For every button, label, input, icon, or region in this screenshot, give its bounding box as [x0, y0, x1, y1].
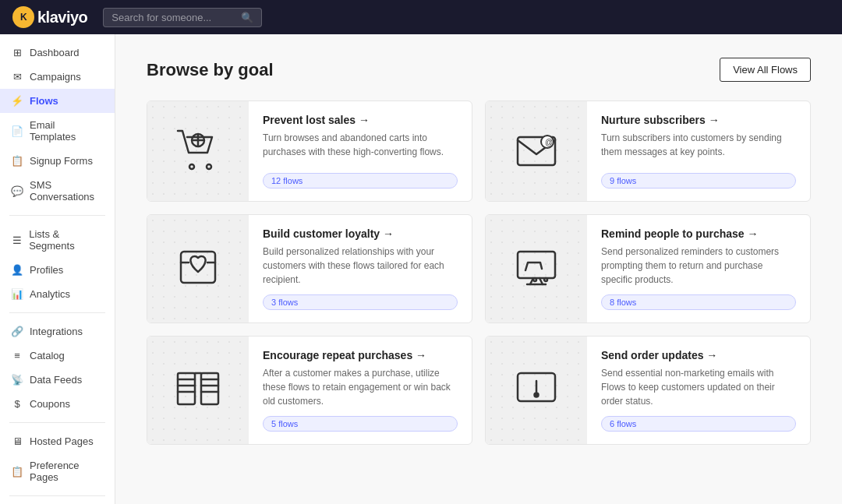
sidebar-label-analytics: Analytics: [30, 288, 70, 300]
goal-card-title-encourage-repeat: Encourage repeat purchases →: [263, 349, 458, 361]
sidebar-label-coupons: Coupons: [30, 398, 70, 410]
sidebar-label-profiles: Profiles: [30, 264, 63, 276]
goal-card-desc-build-loyalty: Build personalized relationships with yo…: [263, 245, 458, 287]
sidebar-item-dashboard[interactable]: ⊞Dashboard: [0, 41, 115, 65]
goal-card-content-encourage-repeat: Encourage repeat purchases → After a cus…: [249, 337, 472, 444]
sidebar-icon-profiles: 👤: [11, 264, 23, 276]
goal-card-content-remind-purchase: Remind people to purchase → Send persona…: [587, 215, 810, 322]
goal-card-title-build-loyalty: Build customer loyalty →: [263, 227, 458, 240]
sidebar-icon-data-feeds: 📡: [11, 374, 23, 386]
sidebar-label-preference-pages: Preference Pages: [30, 460, 104, 483]
goal-icon-email: @: [511, 125, 561, 178]
sidebar-item-lists-segments[interactable]: ☰Lists & Segments: [0, 222, 115, 258]
logo[interactable]: K klaviyo: [12, 6, 87, 28]
goal-icon-cart: [173, 125, 223, 178]
top-navigation: K klaviyo 🔍: [0, 0, 842, 34]
main-content: Browse by goal View All Flows Prevent lo…: [115, 34, 842, 504]
sidebar-label-data-feeds: Data Feeds: [30, 374, 82, 386]
sidebar-divider: [9, 495, 105, 496]
sidebar-item-flows[interactable]: ⚡Flows: [0, 89, 115, 113]
flow-badge-nurture-subscribers: 9 flows: [601, 173, 796, 189]
sidebar-label-email-templates: Email Templates: [30, 119, 104, 143]
sidebar-icon-email-templates: 📄: [11, 125, 23, 137]
sidebar-label-signup-forms: Signup Forms: [30, 155, 93, 167]
goal-card-build-loyalty[interactable]: Build customer loyalty → Build personali…: [147, 214, 472, 323]
svg-rect-16: [201, 373, 218, 404]
sidebar-label-hosted-pages: Hosted Pages: [30, 435, 94, 447]
sidebar-label-lists-segments: Lists & Segments: [29, 228, 104, 252]
goal-card-icon-remind-purchase: [486, 215, 587, 322]
svg-rect-9: [518, 252, 555, 278]
sidebar-icon-integrations: 🔗: [11, 326, 23, 337]
sidebar-divider: [9, 215, 105, 216]
flow-badge-send-order-updates: 6 flows: [601, 416, 796, 432]
page-title: Browse by goal: [147, 60, 274, 80]
sidebar-icon-campaigns: ✉: [11, 71, 23, 83]
search-bar[interactable]: 🔍: [103, 8, 262, 27]
goals-grid: Prevent lost sales → Turn browses and ab…: [147, 100, 811, 445]
main-header: Browse by goal View All Flows: [147, 58, 811, 82]
search-icon: 🔍: [241, 12, 253, 23]
sidebar-divider: [9, 422, 105, 423]
goal-card-content-send-order-updates: Send order updates → Send essential non-…: [587, 337, 810, 444]
search-input[interactable]: [111, 12, 236, 23]
goal-card-content-prevent-lost-sales: Prevent lost sales → Turn browses and ab…: [249, 101, 472, 201]
goal-card-send-order-updates[interactable]: Send order updates → Send essential non-…: [485, 336, 811, 445]
sidebar-item-integrations[interactable]: 🔗Integrations: [0, 319, 115, 344]
svg-point-14: [544, 278, 547, 281]
sidebar-item-campaigns[interactable]: ✉Campaigns: [0, 65, 115, 89]
sidebar-icon-catalog: ≡: [11, 350, 23, 361]
svg-rect-8: [181, 252, 215, 283]
goal-card-desc-prevent-lost-sales: Turn browses and abandoned carts into pu…: [263, 131, 458, 159]
flow-badge-build-loyalty: 3 flows: [263, 294, 458, 310]
sidebar-item-catalog[interactable]: ≡Catalog: [0, 344, 115, 368]
sidebar-icon-signup-forms: 📋: [11, 155, 23, 167]
sidebar-divider: [9, 312, 105, 313]
flow-badge-encourage-repeat: 5 flows: [263, 416, 458, 432]
svg-point-0: [189, 164, 194, 169]
sidebar-icon-sms-conversations: 💬: [11, 185, 23, 197]
goal-card-prevent-lost-sales[interactable]: Prevent lost sales → Turn browses and ab…: [147, 100, 472, 202]
sidebar-item-signup-forms[interactable]: 📋Signup Forms: [0, 149, 115, 173]
goal-card-encourage-repeat[interactable]: Encourage repeat purchases → After a cus…: [147, 336, 472, 445]
sidebar-icon-dashboard: ⊞: [11, 47, 23, 58]
sidebar-item-sms-conversations[interactable]: 💬SMS Conversations: [0, 173, 115, 209]
sidebar-label-integrations: Integrations: [30, 326, 83, 337]
goal-card-nurture-subscribers[interactable]: @ Nurture subscribers → Turn subscribers…: [485, 100, 811, 202]
sidebar: ⊞Dashboard✉Campaigns⚡Flows📄Email Templat…: [0, 34, 115, 504]
sidebar-item-preference-pages[interactable]: 📋Preference Pages: [0, 453, 115, 489]
svg-rect-15: [178, 373, 195, 404]
logo-icon: K: [12, 6, 34, 28]
goal-card-title-remind-purchase: Remind people to purchase →: [601, 227, 796, 240]
flow-badge-prevent-lost-sales: 12 flows: [263, 173, 458, 189]
sidebar-item-analytics[interactable]: 📊Analytics: [0, 282, 115, 306]
goal-card-remind-purchase[interactable]: Remind people to purchase → Send persona…: [485, 214, 811, 323]
goal-card-desc-encourage-repeat: After a customer makes a purchase, utili…: [263, 366, 458, 408]
sidebar-label-flows: Flows: [30, 95, 58, 107]
goal-card-icon-encourage-repeat: [147, 337, 249, 444]
sidebar-icon-lists-segments: ☰: [11, 234, 23, 246]
goal-card-icon-nurture-subscribers: @: [486, 101, 587, 201]
sidebar-icon-hosted-pages: 🖥: [11, 435, 23, 447]
svg-point-26: [535, 393, 539, 397]
svg-point-1: [207, 164, 211, 169]
goal-icon-book: [173, 364, 223, 417]
sidebar-icon-preference-pages: 📋: [11, 466, 23, 478]
view-all-flows-button[interactable]: View All Flows: [720, 58, 811, 82]
sidebar-label-catalog: Catalog: [30, 350, 65, 361]
sidebar-label-dashboard: Dashboard: [30, 47, 80, 58]
sidebar-item-profiles[interactable]: 👤Profiles: [0, 258, 115, 282]
goal-card-icon-prevent-lost-sales: [147, 101, 249, 201]
goal-icon-desktop-cart: [511, 242, 561, 295]
sidebar-icon-coupons: $: [11, 398, 23, 410]
sidebar-label-sms-conversations: SMS Conversations: [30, 179, 104, 203]
sidebar-item-hosted-pages[interactable]: 🖥Hosted Pages: [0, 429, 115, 453]
goal-card-desc-remind-purchase: Send personalized reminders to customers…: [601, 245, 796, 287]
sidebar-item-data-feeds[interactable]: 📡Data Feeds: [0, 368, 115, 392]
sidebar-item-email-templates[interactable]: 📄Email Templates: [0, 113, 115, 149]
sidebar-label-campaigns: Campaigns: [30, 71, 81, 83]
sidebar-item-coupons[interactable]: $Coupons: [0, 392, 115, 416]
svg-point-13: [533, 278, 536, 281]
goal-card-content-build-loyalty: Build customer loyalty → Build personali…: [249, 215, 472, 322]
goal-card-desc-nurture-subscribers: Turn subscribers into customers by sendi…: [601, 131, 796, 159]
